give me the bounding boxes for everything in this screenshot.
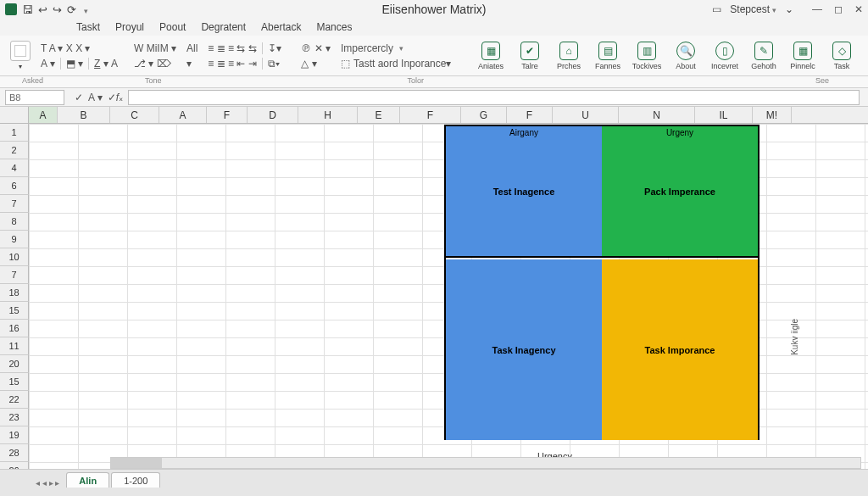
menu-item[interactable]: Taskt bbox=[76, 21, 100, 33]
sheet-icon: ▤ bbox=[598, 42, 617, 60]
menu-item[interactable]: Degratent bbox=[201, 21, 246, 33]
big-btn[interactable]: ✔Talre bbox=[514, 42, 546, 70]
grid-icon: ▦ bbox=[481, 42, 500, 60]
quadrant-label: Task Imporance bbox=[645, 345, 715, 355]
col-header[interactable]: C bbox=[110, 107, 159, 123]
col-header[interactable]: F bbox=[507, 107, 553, 123]
row-header[interactable]: 20 bbox=[0, 355, 29, 373]
formula-input[interactable] bbox=[128, 90, 860, 105]
menu-item[interactable]: Poout bbox=[159, 21, 186, 33]
formula-buttons: ✓ A ▾ ✓fₓ bbox=[70, 92, 128, 103]
row-header[interactable]: 23 bbox=[0, 409, 29, 426]
enter-icon[interactable]: A ▾ bbox=[88, 92, 103, 103]
big-btn[interactable]: ▦Pinnelc bbox=[787, 42, 819, 70]
align-group: ≡ ≣ ≡ ⇆ ⇆ ↧▾ ≡ ≣ ≡ ⇤ ⇥ ⧉▾ bbox=[203, 42, 296, 70]
check-icon: ✔ bbox=[520, 42, 539, 60]
col-header[interactable]: E bbox=[358, 107, 400, 123]
row-headers: 1246789107181516112015222319282625 bbox=[0, 124, 29, 471]
font-row-2[interactable]: A ▾ ⬒ ▾ Z ▾ A bbox=[41, 58, 124, 70]
row-header[interactable]: 15 bbox=[0, 302, 29, 320]
row-header[interactable]: 2 bbox=[0, 142, 29, 159]
big-btn[interactable]: ◇Task bbox=[826, 42, 858, 70]
row-header[interactable]: 10 bbox=[0, 248, 29, 266]
top-label-left: Airgany bbox=[509, 128, 538, 137]
clipboard-icon bbox=[10, 41, 31, 61]
menu-item[interactable]: Abertack bbox=[261, 21, 301, 33]
top-label-right: Urgeny bbox=[666, 128, 693, 137]
menu-item[interactable]: Proyul bbox=[115, 21, 144, 33]
sheet-tab[interactable]: Alin bbox=[66, 472, 109, 488]
row-header[interactable]: 19 bbox=[0, 426, 29, 444]
big-btn[interactable]: ✎Gehoth bbox=[748, 42, 780, 70]
quick-access-toolbar: 🖫 ↩ ↪ ⟳ bbox=[22, 3, 88, 16]
qat-more-icon[interactable] bbox=[81, 3, 88, 16]
select-all-corner[interactable] bbox=[0, 107, 29, 123]
col-header[interactable]: A bbox=[159, 107, 207, 123]
row-header[interactable]: 9 bbox=[0, 231, 29, 248]
name-box[interactable] bbox=[5, 90, 64, 105]
ribbon-mode-icon[interactable]: ⌄ bbox=[785, 3, 793, 15]
col-header[interactable]: H bbox=[298, 107, 358, 123]
col-header[interactable]: G bbox=[461, 107, 507, 123]
big-btn[interactable]: ▤Fannes bbox=[592, 42, 624, 70]
save-icon[interactable]: 🖫 bbox=[22, 3, 33, 16]
col-header[interactable]: N bbox=[619, 107, 695, 123]
stepcest-dropdown[interactable]: Stepcest bbox=[730, 3, 776, 15]
col-header[interactable]: A bbox=[29, 107, 58, 123]
menu-item[interactable]: Mances bbox=[316, 21, 352, 33]
col-header[interactable]: IL bbox=[695, 107, 753, 123]
row-header[interactable]: 22 bbox=[0, 391, 29, 409]
row-header[interactable]: 4 bbox=[0, 159, 29, 177]
font-group-2: W MiIM ▾ ⎇ ▾ ⌦ bbox=[129, 42, 181, 70]
scroll-thumb[interactable] bbox=[111, 458, 162, 468]
col-header[interactable]: U bbox=[553, 107, 619, 123]
paste-button[interactable]: ▾ bbox=[5, 41, 36, 70]
row-header[interactable]: 15 bbox=[0, 373, 29, 391]
doc-icon: ▥ bbox=[637, 42, 656, 60]
number-group: ℗ ✕ ▾ △ ▾ bbox=[296, 42, 336, 70]
row-header[interactable]: 7 bbox=[0, 266, 29, 284]
row-header[interactable]: 28 bbox=[0, 444, 29, 462]
big-btn[interactable]: ⌂Prches bbox=[553, 42, 585, 70]
col-header[interactable]: F bbox=[400, 107, 461, 123]
task-icon: ◇ bbox=[832, 42, 851, 60]
row-header[interactable]: 11 bbox=[0, 337, 29, 355]
quadrant-bottom-right: Task Imporance bbox=[602, 259, 758, 440]
maximize-button[interactable]: ◻ bbox=[834, 3, 843, 15]
menu-bar: Taskt Proyul Poout Degratent Abertack Ma… bbox=[0, 19, 868, 36]
fx-icon[interactable]: ✓fₓ bbox=[108, 92, 123, 103]
horizontal-scrollbar[interactable] bbox=[110, 457, 861, 469]
group-label: Tolor bbox=[391, 76, 442, 85]
app-icon bbox=[5, 3, 17, 15]
cancel-icon[interactable]: ✓ bbox=[75, 92, 83, 103]
big-btn[interactable]: ▯Incevret bbox=[709, 42, 741, 70]
row-header[interactable]: 16 bbox=[0, 320, 29, 337]
row-header[interactable]: 6 bbox=[0, 177, 29, 195]
row-header[interactable]: 8 bbox=[0, 213, 29, 231]
font-row-1[interactable]: T A ▾ X X ▾ bbox=[41, 42, 124, 54]
big-btn[interactable]: 🔍About bbox=[670, 42, 702, 70]
row-header[interactable]: 7 bbox=[0, 195, 29, 213]
big-btn[interactable]: ▥Tockives bbox=[631, 42, 663, 70]
spreadsheet-grid[interactable]: A B C A F D H E F G F U N IL M! 12467891… bbox=[0, 107, 868, 488]
col-header[interactable]: D bbox=[248, 107, 298, 123]
col-header[interactable]: F bbox=[207, 107, 248, 123]
cells-area[interactable]: Airgany Test Inagence Urgeny Pack Impera… bbox=[29, 124, 868, 471]
undo-icon[interactable]: ↩ bbox=[38, 3, 47, 16]
col-header[interactable]: B bbox=[58, 107, 110, 123]
redo-icon[interactable]: ↪ bbox=[53, 3, 62, 16]
col-header[interactable]: M! bbox=[753, 107, 792, 123]
big-btn[interactable]: ▦Aniates bbox=[475, 42, 507, 70]
tab-nav[interactable]: ◂ ◂ ▸ ▸ bbox=[29, 478, 66, 488]
pen-icon: ✎ bbox=[754, 42, 773, 60]
close-button[interactable]: ✕ bbox=[854, 3, 863, 15]
row-header[interactable]: 1 bbox=[0, 124, 29, 142]
row-header[interactable]: 18 bbox=[0, 284, 29, 302]
refresh-icon[interactable]: ⟳ bbox=[67, 3, 76, 16]
quadrant-top-right: Urgeny Pack Imperance bbox=[602, 126, 758, 258]
formula-bar-row: ✓ A ▾ ✓fₓ bbox=[0, 88, 868, 107]
quadrant-label: Task Inagency bbox=[492, 345, 556, 355]
minimize-button[interactable]: — bbox=[812, 3, 822, 15]
sheet-tab[interactable]: 1-200 bbox=[111, 472, 160, 488]
file-chip-icon[interactable]: ▭ bbox=[712, 3, 721, 15]
